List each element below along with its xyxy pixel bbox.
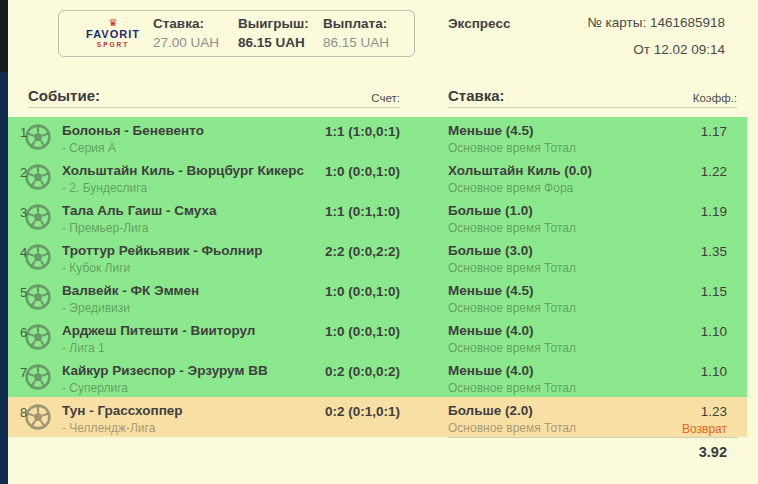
event-cell: Кайкур Ризеспор - Эрзурум ВВ - Суперлига	[62, 363, 268, 396]
logo-brand-text: FAVORIT	[73, 28, 153, 41]
column-coeff: Коэфф.:	[693, 92, 737, 104]
coeff-cell: 1.10	[701, 364, 727, 380]
coeff-cell: 1.19	[701, 204, 727, 220]
bet-row: 3 Тала Аль Гаиш - Смуха - Премьер-Лига 1…	[8, 197, 747, 237]
event-league: - Премьер-Лига	[62, 221, 216, 235]
stat-payout-label: Выплата:	[323, 15, 408, 34]
stat-stake-label: Ставка:	[153, 15, 238, 34]
bet-name: Больше (3.0)	[448, 243, 576, 259]
stat-payout-value: 86.15 UAH	[323, 34, 408, 53]
score-value: 0:2 (0:1,0:1)	[325, 404, 400, 419]
bet-slip-page: ♛ FAVORIT SPORT Ставка: 27.00 UAH Выигры…	[0, 0, 758, 484]
coeff-cell: 1.10	[701, 324, 727, 340]
football-icon	[24, 283, 52, 311]
bet-type: Основное время Фора	[448, 181, 592, 195]
bet-name: Меньше (4.0)	[448, 363, 576, 379]
event-name: Тала Аль Гаиш - Смуха	[62, 203, 216, 219]
coeff-cell: 1.15	[701, 284, 727, 300]
bet-cell: Больше (3.0) Основное время Тотал	[448, 243, 576, 276]
score-value: 0:2 (0:0,0:2)	[325, 364, 400, 379]
bet-cell: Хольштайн Киль (0.0) Основное время Фора	[448, 163, 592, 196]
bet-row: 1 Болонья - Беневенто - Серия А 1:1 (1:0…	[8, 117, 747, 157]
table-header-left: Событие: Счет:	[28, 86, 400, 108]
stat-payout: Выплата: 86.15 UAH	[323, 15, 408, 53]
football-icon	[24, 323, 52, 351]
bet-mode-label: Экспресс	[448, 16, 510, 31]
football-icon	[24, 123, 52, 151]
bet-row: 5 Валвейк - ФК Эммен - Эредивизи 1:0 (0:…	[8, 277, 747, 317]
bet-row: 6 Арджеш Питешти - Вииторул - Лига 1 1:0…	[8, 317, 747, 357]
coeff-value: 1.10	[701, 324, 727, 340]
score-value: 1:1 (1:0,0:1)	[325, 124, 400, 139]
event-name: Хольштайн Киль - Вюрцбург Кикерс	[62, 163, 304, 179]
crown-icon: ♛	[73, 18, 153, 28]
coeff-value: 1.17	[701, 124, 727, 140]
bet-type: Основное время Тотал	[448, 341, 576, 355]
bet-type: Основное время Тотал	[448, 261, 576, 275]
coeff-value: 1.15	[701, 284, 727, 300]
stat-winnings-value: 86.15 UAH	[238, 34, 323, 53]
total-coefficient: 3.92	[699, 444, 727, 460]
event-league: - Кубок Лиги	[62, 261, 263, 275]
football-icon	[24, 203, 52, 231]
stat-stake-value: 27.00 UAH	[153, 34, 238, 53]
bet-name: Хольштайн Киль (0.0)	[448, 163, 592, 179]
coeff-value: 1.23	[682, 404, 727, 420]
bet-type: Основное время Тотал	[448, 141, 576, 155]
event-cell: Арджеш Питешти - Вииторул - Лига 1	[62, 323, 255, 356]
stat-stake: Ставка: 27.00 UAH	[153, 15, 238, 53]
column-bet: Ставка:	[448, 87, 505, 104]
coeff-cell: 1.35	[701, 244, 727, 260]
football-icon	[24, 243, 52, 271]
bet-name: Меньше (4.5)	[448, 123, 576, 139]
column-event: Событие:	[28, 87, 100, 104]
bet-cell: Больше (1.0) Основное время Тотал	[448, 203, 576, 236]
event-cell: Троттур Рейкьявик - Фьолнир - Кубок Лиги	[62, 243, 263, 276]
bet-row: 2 Хольштайн Киль - Вюрцбург Кикерс - 2. …	[8, 157, 747, 197]
bet-cell: Больше (2.0) Основное время Тотал	[448, 403, 576, 436]
coeff-value: 1.10	[701, 364, 727, 380]
card-number: № карты: 1461685918	[587, 15, 725, 30]
score-value: 1:0 (0:0,1:0)	[325, 324, 400, 339]
score-value: 1:0 (0:0,1:0)	[325, 164, 400, 179]
event-league: - 2. Бундеслига	[62, 181, 304, 195]
bet-name: Больше (1.0)	[448, 203, 576, 219]
table-header-right: Ставка: Коэфф.:	[448, 86, 737, 108]
coeff-value: 1.22	[701, 164, 727, 180]
bet-cell: Меньше (4.0) Основное время Тотал	[448, 323, 576, 356]
bet-cell: Меньше (4.5) Основное время Тотал	[448, 123, 576, 156]
coeff-note: Возврат	[682, 422, 727, 436]
event-league: - Челлендж-Лига	[62, 421, 183, 435]
coeff-value: 1.19	[701, 204, 727, 220]
column-score: Счет:	[371, 92, 400, 104]
event-league: - Суперлига	[62, 381, 268, 395]
stat-winnings: Выигрыш: 86.15 UAH	[238, 15, 323, 53]
event-name: Троттур Рейкьявик - Фьолнир	[62, 243, 263, 259]
bet-row: 7 Кайкур Ризеспор - Эрзурум ВВ - Суперли…	[8, 357, 747, 397]
bet-name: Меньше (4.0)	[448, 323, 576, 339]
bet-type: Основное время Тотал	[448, 221, 576, 235]
event-league: - Серия А	[62, 141, 204, 155]
event-name: Тун - Грассхоппер	[62, 403, 183, 419]
bet-type: Основное время Тотал	[448, 381, 576, 395]
football-icon	[24, 163, 52, 191]
favorit-sport-logo: ♛ FAVORIT SPORT	[73, 18, 153, 48]
event-cell: Тун - Грассхоппер - Челлендж-Лига	[62, 403, 183, 436]
bet-name: Больше (2.0)	[448, 403, 576, 419]
coeff-cell: 1.23 Возврат	[682, 404, 727, 437]
rows-container: 1 Болонья - Беневенто - Серия А 1:1 (1:0…	[8, 117, 747, 437]
football-icon	[24, 363, 52, 391]
bet-cell: Меньше (4.5) Основное время Тотал	[448, 283, 576, 316]
bet-name: Меньше (4.5)	[448, 283, 576, 299]
event-name: Кайкур Ризеспор - Эрзурум ВВ	[62, 363, 268, 379]
coeff-value: 1.35	[701, 244, 727, 260]
event-name: Арджеш Питешти - Вииторул	[62, 323, 255, 339]
score-value: 1:0 (0:0,1:0)	[325, 284, 400, 299]
event-cell: Болонья - Беневенто - Серия А	[62, 123, 204, 156]
coeff-cell: 1.17	[701, 124, 727, 140]
logo-sub-text: SPORT	[73, 41, 153, 49]
event-name: Болонья - Беневенто	[62, 123, 204, 139]
event-cell: Тала Аль Гаиш - Смуха - Премьер-Лига	[62, 203, 216, 236]
score-value: 2:2 (0:0,2:2)	[325, 244, 400, 259]
bet-cell: Меньше (4.0) Основное время Тотал	[448, 363, 576, 396]
